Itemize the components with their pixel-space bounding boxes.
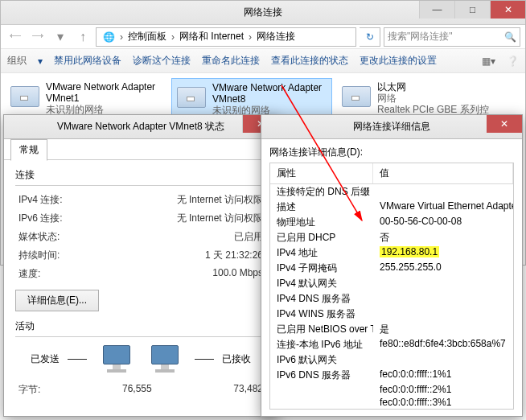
details-row[interactable]: 已启用 NetBIOS over Tc...是 — [270, 322, 513, 337]
details-value — [373, 292, 513, 306]
adapter-status: 未识别的网络 — [46, 104, 163, 115]
details-row[interactable]: IPv6 默认网关 — [270, 352, 513, 368]
details-value — [373, 185, 513, 199]
status-dialog: VMware Network Adapter VMnet8 状态 ✕ 常规 连接… — [3, 114, 278, 417]
help-icon[interactable]: ❔ — [507, 56, 519, 67]
nav-bar: ⭠ ⭢ ▾ ↑ 🌐 › 控制面板 › 网络和 Internet › 网络连接 ↻… — [1, 25, 525, 49]
up-button[interactable]: ↑ — [73, 27, 92, 47]
path-seg-network-connections[interactable]: 网络连接 — [252, 28, 300, 46]
status-key: 媒体状态: — [18, 230, 60, 244]
back-button[interactable]: ⭠ — [6, 27, 25, 47]
details-dialog: 网络连接详细信息 ✕ 网络连接详细信息(D): 属性 值 连接特定的 DNS 后… — [261, 114, 523, 417]
status-dialog-title: VMware Network Adapter VMnet8 状态 ✕ — [4, 115, 277, 139]
bytes-sent: 76,555 — [72, 383, 152, 397]
details-label: 网络连接详细信息(D): — [269, 146, 514, 159]
details-row[interactable]: 连接特定的 DNS 后缀 — [270, 184, 513, 200]
status-key: IPv6 连接: — [18, 212, 63, 225]
adapter-name: VMware Network Adapter VMnet1 — [46, 81, 163, 104]
status-value: 无 Internet 访问权限 — [177, 193, 263, 207]
details-key: IPv6 默认网关 — [270, 353, 373, 367]
close-button[interactable]: ✕ — [490, 1, 525, 19]
view-icon[interactable]: ▦▾ — [482, 56, 495, 67]
details-value — [373, 353, 513, 367]
details-row[interactable]: 连接-本地 IPv6 地址fe80::e8df:6fe4:3bcb:658a%7 — [270, 337, 513, 352]
details-row[interactable]: IPv4 地址192.168.80.1 — [270, 245, 513, 261]
toolbar: 组织 ▾ 禁用此网络设备 诊断这个连接 重命名此连接 查看此连接的状态 更改此连… — [1, 49, 525, 73]
search-placeholder: 搜索"网络连接" — [388, 30, 453, 43]
toolbar-organize[interactable]: 组织 — [7, 54, 27, 68]
status-value: 无 Internet 访问权限 — [177, 212, 263, 225]
activity-icon — [95, 345, 187, 373]
details-row[interactable]: 描述VMware Virtual Ethernet Adapter for VM — [270, 200, 513, 215]
activity-dash: —— — [195, 353, 214, 364]
details-key: IPv6 DNS 服务器 — [270, 369, 373, 382]
status-key: IPv4 连接: — [18, 193, 63, 207]
details-key: 连接-本地 IPv6 地址 — [270, 338, 373, 352]
toolbar-rename[interactable]: 重命名此连接 — [202, 54, 260, 68]
details-key: 描述 — [270, 200, 373, 214]
adapter-name: VMware Network Adapter VMnet8 — [212, 82, 328, 105]
details-value: fec0:0:0:ffff::3%1 — [373, 397, 513, 408]
details-value: 255.255.255.0 — [373, 261, 513, 275]
minimize-button[interactable]: — — [419, 1, 454, 19]
nic-icon — [175, 82, 208, 114]
details-button[interactable]: 详细信息(E)... — [15, 290, 99, 311]
activity-dash: —— — [68, 353, 87, 364]
details-row[interactable]: IPv4 WINS 服务器 — [270, 307, 513, 322]
toolbar-change-settings[interactable]: 更改此连接的设置 — [360, 54, 437, 68]
details-row[interactable]: 已启用 DHCP否 — [270, 230, 513, 245]
status-row: IPv6 连接:无 Internet 访问权限 — [15, 209, 266, 228]
search-icon: 🔍 — [504, 31, 516, 43]
details-row[interactable]: IPv4 默认网关 — [270, 276, 513, 291]
adapter-name: 以太网 — [377, 81, 495, 93]
details-key: IPv4 DNS 服务器 — [270, 292, 373, 306]
toolbar-view-status[interactable]: 查看此连接的状态 — [271, 54, 348, 68]
details-value: 00-50-56-C0-00-08 — [373, 216, 513, 229]
forward-button[interactable]: ⭢ — [28, 27, 47, 47]
close-icon[interactable]: ✕ — [487, 115, 522, 133]
details-row[interactable]: fec0:0:0:ffff::2%1 — [270, 383, 513, 396]
toolbar-diagnose[interactable]: 诊断这个连接 — [133, 54, 191, 68]
details-key — [270, 384, 373, 395]
col-header-value[interactable]: 值 — [373, 163, 513, 183]
status-value: 100.0 Mbps — [212, 267, 263, 281]
titlebar: 网络连接 — □ ✕ — [1, 1, 525, 25]
details-row[interactable]: IPv4 DNS 服务器 — [270, 291, 513, 307]
path-seg-control-panel[interactable]: 控制面板 — [123, 28, 171, 46]
details-key — [270, 397, 373, 408]
details-row[interactable]: IPv6 DNS 服务器fec0:0:0:ffff::1%1 — [270, 368, 513, 383]
details-key: IPv4 地址 — [270, 246, 373, 260]
breadcrumb[interactable]: 🌐 › 控制面板 › 网络和 Internet › 网络连接 — [96, 27, 356, 47]
details-key: IPv4 默认网关 — [270, 277, 373, 290]
details-row[interactable]: fec0:0:0:ffff::3%1 — [270, 396, 513, 409]
window-title: 网络连接 — [244, 6, 282, 19]
path-icon: 🌐 — [98, 28, 120, 46]
details-value — [373, 277, 513, 290]
search-input[interactable]: 搜索"网络连接" 🔍 — [384, 27, 520, 47]
tab-general[interactable]: 常规 — [10, 139, 47, 161]
connection-group: 连接 IPv4 连接:无 Internet 访问权限IPv6 连接:无 Inte… — [15, 168, 266, 311]
sent-label: 已发送 — [31, 352, 60, 366]
bytes-recv: 73,482 — [183, 383, 263, 397]
toolbar-disable[interactable]: 禁用此网络设备 — [54, 54, 121, 68]
status-row: 速度:100.0 Mbps — [15, 265, 266, 283]
details-key: IPv4 WINS 服务器 — [270, 307, 373, 321]
maximize-button[interactable]: □ — [454, 1, 490, 19]
details-value: 否 — [373, 231, 513, 245]
window-controls: — □ ✕ — [419, 1, 525, 19]
status-row: 媒体状态:已启用 — [15, 228, 266, 246]
details-value: fec0:0:0:ffff::2%1 — [373, 384, 513, 395]
group-title-connection: 连接 — [15, 168, 266, 182]
nic-icon — [340, 81, 372, 113]
status-row: IPv4 连接:无 Internet 访问权限 — [15, 191, 266, 209]
details-key: 已启用 DHCP — [270, 231, 373, 245]
details-row[interactable]: IPv4 子网掩码255.255.255.0 — [270, 261, 513, 276]
status-value: 已启用 — [234, 230, 263, 244]
dropdown-history[interactable]: ▾ — [51, 27, 70, 47]
refresh-button[interactable]: ↻ — [360, 27, 380, 47]
details-row[interactable]: 物理地址00-50-56-C0-00-08 — [270, 215, 513, 230]
col-header-property[interactable]: 属性 — [270, 163, 373, 183]
path-seg-network-internet[interactable]: 网络和 Internet — [175, 28, 249, 46]
toolbar-organize-dropdown[interactable]: ▾ — [38, 56, 43, 67]
bytes-label: 字节: — [18, 383, 40, 397]
